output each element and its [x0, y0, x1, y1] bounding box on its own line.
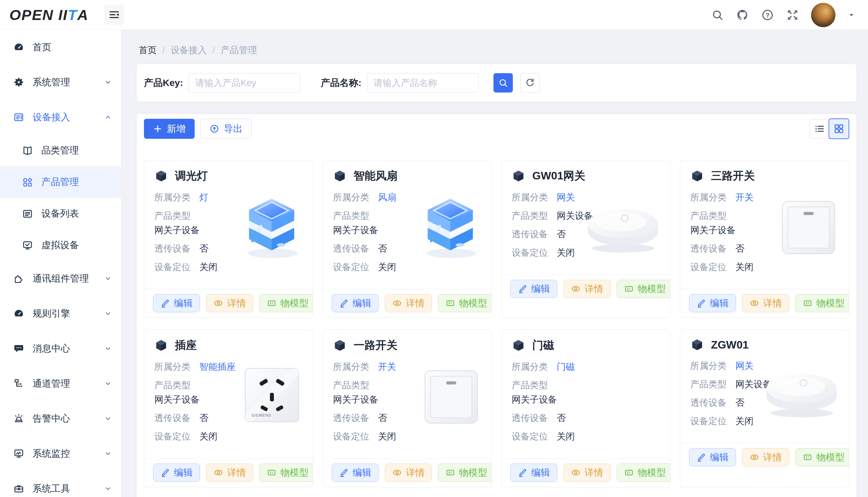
cube-icon [154, 339, 168, 352]
sidebar-item-comm-components[interactable]: 通讯组件管理 [0, 261, 121, 296]
sidebar-item-channel-management[interactable]: 通道管理 [0, 366, 121, 401]
detail-button[interactable]: 详情 [385, 294, 432, 312]
passthrough-label: 透传设备 [690, 398, 727, 408]
card-actions: 编辑 详情 物模型 [144, 289, 313, 312]
detail-button[interactable]: 详情 [564, 280, 610, 298]
sidebar-item-message-center[interactable]: 消息中心 [0, 331, 121, 366]
category-link[interactable]: 开关 [735, 192, 754, 202]
export-button[interactable]: 导出 [200, 119, 251, 139]
logo-accent: T [68, 6, 77, 24]
model-button[interactable]: 物模型 [259, 294, 313, 312]
passthrough-value: 否 [557, 413, 566, 423]
model-button[interactable]: 物模型 [795, 294, 849, 312]
category-link[interactable]: 开关 [378, 361, 396, 372]
sidebar-item-system-management[interactable]: 系统管理 [0, 65, 121, 100]
detail-button[interactable]: 详情 [385, 464, 432, 482]
category-link[interactable]: 门磁 [557, 361, 575, 372]
detail-button[interactable]: 详情 [564, 464, 610, 482]
chevron-down-icon[interactable] [848, 11, 855, 19]
edit-label: 编辑 [531, 283, 550, 295]
passthrough-value: 否 [199, 243, 208, 254]
reset-button[interactable] [520, 73, 540, 93]
edit-button[interactable]: 编辑 [689, 294, 736, 312]
sidebar-item-label: 虚拟设备 [41, 239, 112, 252]
eye-icon [749, 298, 759, 308]
product-image-gateway [578, 196, 669, 257]
detail-button[interactable]: 详情 [742, 294, 789, 312]
pencil-icon [160, 298, 170, 308]
sidebar-item-product-management[interactable]: 产品管理 [0, 166, 121, 198]
edit-button[interactable]: 编辑 [153, 294, 200, 312]
model-button[interactable]: 物模型 [617, 464, 671, 482]
sidebar-item-system-monitor[interactable]: 系统监控 [0, 436, 121, 471]
github-icon[interactable] [736, 9, 749, 22]
sidebar-item-home[interactable]: 首页 [0, 30, 121, 65]
product-card: GW01网关 所属分类网关 产品类型网关设备 透传设备否 设备定位关闭 编辑 详… [501, 160, 671, 318]
card-actions: 编辑 详情 物模型 [680, 443, 849, 466]
locate-value: 关闭 [378, 431, 396, 441]
type-label: 产品类型 [333, 211, 369, 221]
model-button[interactable]: 物模型 [259, 464, 313, 482]
plus-icon [153, 124, 162, 133]
product-key-input[interactable] [189, 73, 300, 93]
passthrough-value: 否 [735, 243, 744, 254]
sidebar-item-alert-center[interactable]: 告警中心 [0, 401, 121, 436]
model-button[interactable]: 物模型 [617, 280, 671, 298]
add-button[interactable]: 新增 [144, 119, 195, 139]
list-view-button[interactable] [810, 119, 829, 139]
model-label: 物模型 [816, 297, 844, 310]
sidebar-item-device-list[interactable]: 设备列表 [0, 198, 121, 229]
refresh-icon [525, 77, 535, 88]
grid-view-button[interactable] [829, 118, 849, 139]
detail-label: 详情 [584, 466, 603, 479]
sidebar-item-system-tools[interactable]: 系统工具 [0, 471, 121, 497]
avatar[interactable] [811, 3, 836, 27]
edit-button[interactable]: 编辑 [332, 294, 378, 312]
sidebar-item-virtual-device[interactable]: 虚拟设备 [0, 229, 121, 261]
product-title: 一路开关 [354, 338, 397, 353]
sidebar-collapse-button[interactable] [104, 5, 124, 25]
sidebar-item-label: 产品管理 [41, 176, 112, 188]
toolbar: 新增 导出 [144, 118, 849, 139]
help-icon[interactable] [761, 9, 774, 22]
type-label: 产品类型 [690, 379, 727, 389]
puzzle-icon [13, 273, 24, 284]
product-name-input[interactable] [367, 73, 479, 93]
app-logo: OPEN IITA [9, 0, 88, 30]
edit-button[interactable]: 编辑 [510, 280, 557, 298]
product-card: ZGW01 所属分类网关 产品类型网关设备 透传设备否 设备定位关闭 编辑 详情… [680, 329, 849, 487]
model-icon [624, 468, 634, 478]
search-icon[interactable] [711, 9, 724, 22]
category-link[interactable]: 灯 [199, 192, 208, 202]
pencil-icon [696, 298, 706, 308]
category-link[interactable]: 网关 [557, 192, 575, 202]
model-button[interactable]: 物模型 [438, 294, 492, 312]
detail-button[interactable]: 详情 [206, 294, 253, 312]
edit-label: 编辑 [710, 451, 729, 464]
model-button[interactable]: 物模型 [438, 464, 492, 482]
eye-icon [392, 468, 402, 478]
edit-button[interactable]: 编辑 [510, 464, 557, 482]
passthrough-label: 透传设备 [333, 243, 369, 254]
category-link[interactable]: 风扇 [378, 192, 396, 202]
search-button[interactable] [494, 73, 513, 93]
detail-button[interactable]: 详情 [742, 448, 789, 466]
card-actions: 编辑 详情 物模型 [501, 458, 670, 482]
edit-button[interactable]: 编辑 [689, 448, 736, 466]
sidebar-item-rule-engine[interactable]: 规则引擎 [0, 296, 121, 331]
detail-button[interactable]: 详情 [206, 464, 253, 482]
model-button[interactable]: 物模型 [795, 448, 849, 466]
edit-button[interactable]: 编辑 [153, 464, 200, 482]
fullscreen-icon[interactable] [786, 9, 799, 22]
edit-button[interactable]: 编辑 [332, 464, 378, 482]
category-link[interactable]: 智能插座 [199, 361, 236, 372]
breadcrumb-section[interactable]: 设备接入 [170, 44, 207, 57]
locate-label: 设备定位 [333, 431, 369, 441]
category-link[interactable]: 网关 [735, 361, 754, 371]
chevron-down-icon [104, 274, 112, 283]
breadcrumb-home[interactable]: 首页 [139, 44, 157, 57]
product-card: 插座 所属分类智能插座 产品类型网关子设备 透传设备否 设备定位关闭 编辑 详情… [144, 329, 313, 487]
sidebar-item-category-management[interactable]: 品类管理 [0, 135, 121, 166]
locate-label: 设备定位 [154, 262, 191, 272]
sidebar-item-device-access[interactable]: 设备接入 [0, 100, 121, 135]
